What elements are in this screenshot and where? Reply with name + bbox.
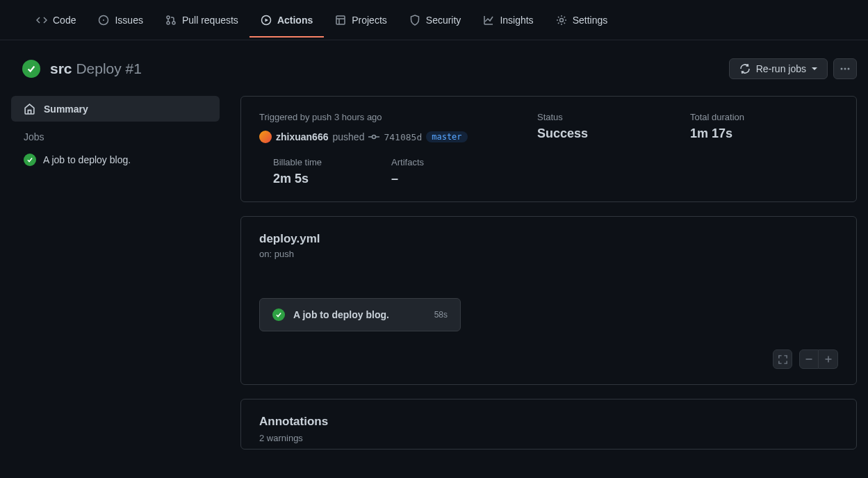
push-line: zhixuan666 pushed 741085d master: [259, 131, 496, 143]
trigger-label: Triggered by push 3 hours ago: [259, 112, 496, 122]
gear-icon: [556, 15, 567, 26]
plus-icon: [824, 355, 833, 363]
workflow-card: deploy.yml on: push A job to deploy blog…: [240, 216, 857, 385]
meta-row-1: Triggered by push 3 hours ago zhixuan666…: [259, 112, 838, 143]
run-header-right: Re-run jobs: [729, 58, 857, 79]
run-title-src: src: [50, 60, 72, 76]
meta-row-2: Billable time 2m 5s Artifacts –: [259, 157, 838, 186]
commit-sha[interactable]: 741085d: [384, 132, 422, 142]
main-layout: Summary Jobs A job to deploy blog. Trigg…: [0, 79, 868, 450]
svg-marker-6: [265, 18, 268, 22]
run-header: src Deploy #1 Re-run jobs: [0, 40, 868, 79]
job-node[interactable]: A job to deploy blog. 58s: [259, 298, 461, 331]
svg-point-13: [848, 68, 850, 70]
success-check-icon: [22, 60, 40, 78]
issues-icon: [98, 15, 109, 26]
projects-icon: [335, 15, 346, 26]
svg-point-11: [841, 68, 843, 70]
play-circle-icon: [261, 15, 272, 26]
commit-icon: [368, 131, 379, 142]
rerun-jobs-button[interactable]: Re-run jobs: [729, 58, 828, 79]
status-label: Status: [537, 112, 648, 122]
nav-issues-label: Issues: [115, 15, 142, 26]
duration-label: Total duration: [690, 112, 744, 122]
branch-badge[interactable]: master: [426, 131, 467, 142]
pushed-text: pushed: [332, 131, 364, 142]
sidebar-job-0[interactable]: A job to deploy blog.: [11, 148, 220, 172]
shield-icon: [409, 15, 420, 26]
nav-security-label: Security: [426, 15, 461, 26]
artifacts-col: Artifacts –: [391, 157, 424, 186]
billable-col: Billable time 2m 5s: [273, 157, 322, 186]
nav-settings[interactable]: Settings: [545, 3, 619, 37]
job-success-icon: [24, 154, 36, 166]
trigger-col: Triggered by push 3 hours ago zhixuan666…: [259, 112, 496, 143]
nav-projects-label: Projects: [352, 15, 387, 26]
rerun-label: Re-run jobs: [756, 63, 806, 74]
sidebar-summary-label: Summary: [44, 104, 88, 115]
annotations-card: Annotations 2 warnings: [240, 399, 857, 450]
run-title-rest: Deploy #1: [76, 60, 142, 76]
minus-icon: [805, 355, 813, 363]
nav-code[interactable]: Code: [25, 3, 87, 37]
fullscreen-button[interactable]: [773, 349, 792, 369]
repo-nav: Code Issues Pull requests Actions Projec…: [0, 0, 868, 40]
run-meta-card: Triggered by push 3 hours ago zhixuan666…: [240, 96, 857, 202]
svg-point-1: [103, 19, 104, 21]
nav-code-label: Code: [53, 15, 76, 26]
code-icon: [36, 15, 47, 26]
nav-insights[interactable]: Insights: [472, 3, 544, 37]
sidebar-summary[interactable]: Summary: [11, 96, 220, 122]
svg-point-12: [844, 68, 846, 70]
job-node-success-icon: [272, 308, 285, 321]
duration-value: 1m 17s: [690, 126, 744, 141]
nav-issues[interactable]: Issues: [87, 3, 154, 37]
nav-actions[interactable]: Actions: [249, 3, 324, 37]
nav-pulls-label: Pull requests: [182, 15, 238, 26]
annotations-subtitle: 2 warnings: [259, 433, 838, 443]
duration-col: Total duration 1m 17s: [690, 112, 744, 143]
sidebar-jobs-heading: Jobs: [11, 122, 220, 148]
run-title: src Deploy #1: [50, 60, 142, 77]
graph-icon: [483, 15, 494, 26]
nav-pulls[interactable]: Pull requests: [154, 3, 249, 37]
kebab-menu-button[interactable]: [833, 58, 857, 79]
workflow-on: on: push: [259, 249, 838, 259]
avatar[interactable]: [259, 131, 272, 143]
chevron-down-icon: [812, 67, 817, 70]
billable-value: 2m 5s: [273, 172, 322, 186]
home-icon: [24, 103, 35, 115]
svg-point-2: [167, 16, 170, 19]
status-value: Success: [537, 126, 648, 141]
fullscreen-icon: [778, 354, 788, 365]
workflow-file-name: deploy.yml: [259, 232, 838, 246]
main-content: Triggered by push 3 hours ago zhixuan666…: [240, 96, 857, 450]
artifacts-value: –: [391, 172, 424, 186]
zoom-in-button[interactable]: [819, 349, 838, 369]
annotations-title: Annotations: [259, 415, 838, 429]
zoom-out-button[interactable]: [799, 349, 819, 369]
nav-settings-label: Settings: [573, 15, 608, 26]
billable-label: Billable time: [273, 157, 322, 167]
run-header-left: src Deploy #1: [22, 60, 142, 78]
kebab-icon: [840, 63, 851, 74]
status-col: Status Success: [537, 112, 648, 143]
svg-point-14: [372, 135, 376, 139]
nav-actions-label: Actions: [277, 15, 313, 26]
svg-point-3: [167, 22, 170, 24]
pusher-username[interactable]: zhixuan666: [276, 131, 328, 142]
artifacts-label: Artifacts: [391, 157, 424, 167]
zoom-group: [799, 349, 838, 369]
nav-projects[interactable]: Projects: [324, 3, 398, 37]
zoom-controls: [259, 349, 838, 369]
nav-insights-label: Insights: [500, 15, 533, 26]
svg-point-4: [172, 22, 175, 24]
pull-request-icon: [165, 15, 177, 26]
svg-rect-7: [336, 16, 345, 24]
svg-point-10: [559, 18, 563, 22]
sidebar: Summary Jobs A job to deploy blog.: [11, 96, 220, 450]
sync-icon: [739, 63, 751, 74]
job-node-time: 58s: [434, 310, 448, 320]
nav-security[interactable]: Security: [398, 3, 473, 37]
job-node-name: A job to deploy blog.: [293, 309, 426, 320]
